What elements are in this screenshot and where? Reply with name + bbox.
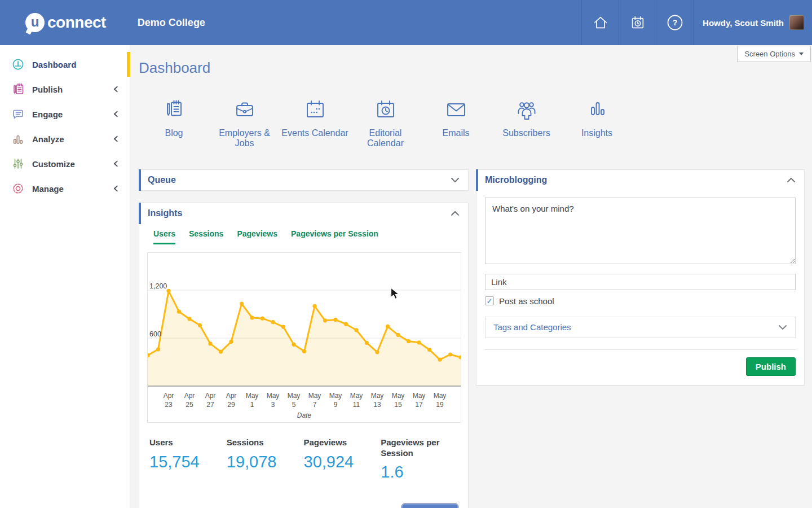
home-icon[interactable] — [581, 0, 619, 45]
stat-label: Pageviews per Session — [381, 437, 445, 459]
sidebar-item-dashboard[interactable]: Dashboard — [0, 52, 130, 77]
shortcut-label: Emails — [421, 128, 491, 138]
svg-text:11: 11 — [353, 401, 360, 409]
page-title: Dashboard — [139, 59, 805, 77]
sidebar-item-label: Dashboard — [32, 60, 76, 69]
shortcut-label: Insights — [562, 128, 632, 138]
analyze-icon — [11, 132, 25, 146]
svg-text:May: May — [392, 392, 405, 400]
svg-text:May: May — [329, 392, 342, 400]
composer-textarea[interactable] — [485, 198, 796, 264]
svg-text:27: 27 — [206, 401, 214, 409]
insights-bars-icon — [562, 97, 632, 122]
uconnect-logo[interactable]: u connect — [25, 13, 106, 32]
stat-pageviews: Pageviews30,924 — [304, 437, 381, 482]
shortcut-events-calendar[interactable]: Events Calendar — [280, 97, 350, 149]
divider — [485, 349, 796, 350]
stat-value: 19,078 — [227, 453, 304, 471]
svg-text:May: May — [350, 392, 363, 400]
see-more-button[interactable]: See more — [402, 504, 458, 508]
stat-value: 15,754 — [149, 453, 227, 471]
sidebar-item-manage[interactable]: Manage — [0, 176, 130, 201]
sidebar-item-label: Customize — [32, 159, 75, 169]
blog-icon — [139, 97, 209, 122]
queue-panel-header[interactable]: Queue — [139, 170, 468, 190]
svg-text:Apr: Apr — [226, 392, 237, 400]
logo-letter: u — [31, 15, 39, 29]
svg-text:Apr: Apr — [205, 392, 216, 400]
chevron-down-icon — [451, 177, 460, 183]
user-menu[interactable]: Howdy, Scout Smith — [693, 0, 812, 45]
svg-text:23: 23 — [165, 401, 173, 409]
sidebar-item-label: Engage — [32, 110, 63, 119]
tab-pageviews[interactable]: Pageviews — [237, 229, 277, 244]
calendar-icon[interactable] — [619, 0, 656, 45]
subscribers-icon — [491, 97, 562, 122]
sidebar-item-analyze[interactable]: Analyze — [0, 126, 130, 151]
shortcut-emails[interactable]: Emails — [421, 97, 491, 149]
publish-button[interactable]: Publish — [746, 357, 796, 376]
svg-text:May: May — [434, 392, 447, 400]
sidebar-item-publish[interactable]: Publish — [0, 77, 130, 102]
stat-sessions: Sessions19,078 — [227, 437, 304, 482]
sidebar-nav: DashboardPublishEngageAnalyzeCustomizeMa… — [0, 45, 130, 201]
stat-value: 30,924 — [304, 453, 381, 471]
chevron-left-icon — [112, 85, 121, 94]
users-line-chart[interactable]: 6001,200Apr23Apr25Apr27Apr29May1May3May5… — [147, 252, 461, 423]
link-input[interactable] — [485, 274, 796, 290]
help-icon[interactable]: ? — [656, 0, 693, 45]
shortcut-insights[interactable]: Insights — [562, 97, 632, 149]
engage-icon — [11, 107, 25, 121]
tab-sessions[interactable]: Sessions — [189, 229, 223, 244]
shortcut-label: Employers & Jobs — [209, 128, 280, 149]
editorial-calendar-icon — [350, 97, 421, 122]
svg-text:Date: Date — [297, 411, 312, 419]
shortcut-editorial-calendar[interactable]: Editorial Calendar — [350, 97, 421, 149]
svg-text:May: May — [308, 392, 321, 400]
shortcut-blog[interactable]: Blog — [139, 97, 209, 149]
emails-icon — [421, 97, 491, 122]
stat-value: 1.6 — [381, 463, 458, 481]
svg-text:1,200: 1,200 — [149, 282, 167, 290]
svg-text:5: 5 — [292, 401, 296, 409]
stat-pageviews-per-session: Pageviews per Session1.6 — [381, 437, 458, 482]
svg-text:15: 15 — [394, 401, 402, 409]
svg-text:May: May — [288, 392, 301, 400]
queue-title: Queue — [148, 175, 176, 185]
tab-pageviews-per-session[interactable]: Pageviews per Session — [291, 229, 378, 244]
svg-text:Apr: Apr — [184, 392, 195, 400]
sidebar-item-label: Publish — [32, 85, 63, 94]
logo-bubble-icon: u — [25, 13, 45, 32]
shortcut-label: Blog — [139, 128, 209, 138]
post-as-school-checkbox[interactable]: ✓ Post as school — [485, 296, 796, 306]
dashboard-icon — [11, 58, 25, 71]
dashboard-shortcuts: BlogEmployers & JobsEvents CalendarEdito… — [139, 97, 805, 149]
tab-users[interactable]: Users — [153, 229, 175, 244]
svg-text:29: 29 — [227, 401, 235, 409]
briefcase-icon — [209, 97, 280, 122]
insights-panel-header[interactable]: Insights — [139, 203, 468, 224]
sidebar-item-engage[interactable]: Engage — [0, 102, 130, 126]
tags-categories-toggle[interactable]: Tags and Categories — [485, 317, 796, 338]
avatar — [789, 15, 804, 30]
chevron-down-icon — [778, 324, 787, 331]
svg-text:17: 17 — [415, 401, 423, 409]
svg-text:May: May — [267, 392, 280, 400]
manage-icon — [11, 182, 25, 195]
microblogging-panel-header[interactable]: Microblogging — [476, 170, 804, 190]
screen-options-button[interactable]: Screen Options — [737, 46, 811, 62]
shortcut-label: Editorial Calendar — [350, 128, 421, 149]
svg-text:1: 1 — [250, 401, 254, 409]
chevron-up-icon — [787, 177, 796, 183]
chevron-left-icon — [112, 134, 121, 143]
svg-text:May: May — [246, 392, 259, 400]
shortcut-subscribers[interactable]: Subscribers — [491, 97, 562, 149]
stat-label: Sessions — [227, 437, 292, 448]
sidebar-item-label: Analyze — [32, 134, 64, 144]
shortcut-employers-jobs[interactable]: Employers & Jobs — [209, 97, 280, 149]
post-as-school-label: Post as school — [499, 296, 554, 306]
chevron-left-icon — [112, 159, 121, 168]
insights-tabs: UsersSessionsPageviewsPageviews per Sess… — [139, 224, 468, 244]
insights-stats: Users15,754Sessions19,078Pageviews30,924… — [139, 437, 468, 482]
sidebar-item-customize[interactable]: Customize — [0, 151, 130, 176]
